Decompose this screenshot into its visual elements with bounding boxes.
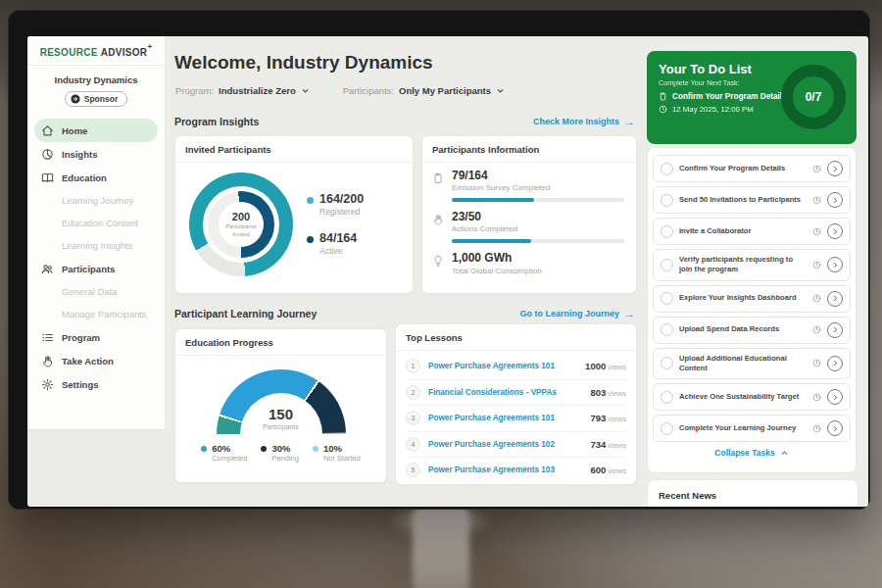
recent-news-card: Recent News — [647, 479, 858, 507]
clock-icon — [812, 325, 821, 334]
todo-go-button[interactable] — [827, 322, 843, 338]
clock-icon — [659, 105, 667, 114]
todo-go-button[interactable] — [827, 420, 843, 436]
todo-go-button[interactable] — [827, 257, 843, 272]
sidebar-item-manage-participants[interactable]: Manage Participants — [34, 303, 158, 325]
lesson-title-link[interactable]: Power Purchase Agreements 103 — [428, 466, 582, 474]
todo-checkbox[interactable] — [661, 259, 673, 271]
lesson-rank-badge: 1 — [406, 359, 420, 373]
todo-item[interactable]: Upload Spend Data Records — [653, 317, 851, 344]
lesson-views-count: 1000 — [585, 361, 606, 371]
todo-list-panel: Confirm Your Program Details Send 50 Inv… — [647, 147, 857, 473]
todo-checkbox[interactable] — [661, 323, 673, 336]
arrow-right-icon: → — [624, 308, 635, 319]
todo-go-button[interactable] — [827, 161, 843, 176]
lesson-row: 5 Power Purchase Agreements 103 600views — [406, 458, 626, 483]
lesson-title-link[interactable]: Power Purchase Agreements 101 — [428, 414, 582, 422]
monitor-bezel: RESOURCE ADVISOR+ Industry Dynamics Spon… — [8, 10, 870, 510]
sidebar-item-learning-insights[interactable]: Learning Insights — [34, 234, 158, 257]
todo-item[interactable]: Send 50 Invitations to Participants — [653, 186, 851, 214]
lesson-title-link[interactable]: Power Purchase Agreements 101 — [428, 362, 577, 370]
sidebar-item-education-content[interactable]: Education Content — [34, 212, 158, 234]
program-insights-title: Program Insights — [174, 116, 259, 127]
lesson-title-link[interactable]: Power Purchase Agreements 102 — [428, 440, 582, 449]
sidebar-item-learning-journey[interactable]: Learning Journey — [34, 189, 158, 212]
lesson-views-suffix: views — [608, 389, 626, 398]
completed-dot-icon — [201, 446, 207, 452]
lesson-row: 1 Power Purchase Agreements 101 1000view… — [406, 354, 626, 380]
progress-track — [452, 198, 624, 202]
todo-item[interactable]: Complete Your Learning Journey — [653, 415, 851, 442]
registered-dot-icon — [307, 197, 314, 204]
sidebar-item-insights[interactable]: Insights — [34, 142, 158, 166]
participants-filter-value: Only My Participants — [399, 85, 491, 96]
lesson-views-suffix: views — [608, 363, 626, 371]
todo-go-button[interactable] — [827, 192, 843, 208]
todo-checkbox[interactable] — [661, 357, 673, 369]
lesson-views-count: 803 — [590, 387, 606, 398]
sidebar-item-program[interactable]: Program — [34, 325, 158, 349]
todo-checkbox[interactable] — [661, 422, 673, 435]
donut-legend: 164/200 Registered 84/164 Active — [307, 193, 364, 256]
gauge-legend: 60% Completed 30% Pending 10% Not Starte… — [201, 443, 361, 463]
progress-fill — [452, 198, 534, 202]
sidebar: RESOURCE ADVISOR+ Industry Dynamics Spon… — [27, 36, 166, 430]
sidebar-item-participants[interactable]: Participants — [34, 257, 158, 280]
todo-go-button[interactable] — [827, 389, 843, 405]
sidebar-item-take-action[interactable]: Take Action — [34, 349, 158, 372]
chevron-down-icon — [301, 86, 310, 95]
participants-filter-label: Participants: — [343, 85, 394, 96]
program-icon — [41, 331, 54, 344]
sidebar-item-education[interactable]: Education — [34, 166, 158, 189]
metric-row: 1,000 GWh Total Global Consumption — [432, 252, 624, 274]
participants-information-card-title: Participants Information — [422, 136, 636, 163]
todo-checkbox[interactable] — [661, 163, 673, 175]
chevron-up-icon — [780, 449, 789, 458]
invited-participants-donut-chart: 200 Participants Invited — [189, 172, 293, 276]
lesson-views-count: 793 — [590, 413, 606, 423]
sidebar-item-settings[interactable]: Settings — [34, 372, 158, 396]
todo-go-button[interactable] — [827, 356, 843, 371]
lesson-views-suffix: views — [608, 466, 626, 475]
lesson-rank-badge: 2 — [406, 385, 420, 400]
go-to-learning-journey-link[interactable]: Go to Learning Journey → — [519, 308, 635, 319]
todo-item[interactable]: Achieve One Sustainability Target — [653, 383, 851, 411]
todo-go-button[interactable] — [827, 291, 843, 307]
todo-checkbox[interactable] — [661, 194, 673, 207]
collapse-tasks-link[interactable]: Collapse Tasks — [652, 448, 852, 458]
legend-item-completed: 60% Completed — [201, 443, 247, 463]
lesson-row: 3 Power Purchase Agreements 101 793views — [406, 406, 626, 432]
todo-checkbox[interactable] — [661, 292, 673, 305]
todo-item[interactable]: Invite a Collaborator — [653, 218, 851, 245]
todo-go-button[interactable] — [827, 223, 843, 239]
logo-text-resource: RESOURCE — [40, 47, 98, 58]
arrow-right-icon: → — [624, 116, 635, 127]
sponsor-badge[interactable]: Sponsor — [65, 91, 127, 107]
chevron-down-icon — [496, 86, 505, 95]
todo-item[interactable]: Explore Your Insights Dashboard — [653, 285, 851, 313]
lesson-rank-badge: 3 — [406, 411, 420, 425]
hand-icon — [432, 214, 444, 225]
todo-checkbox[interactable] — [661, 225, 673, 238]
program-filter-dropdown[interactable]: Program: Industrialize Zero — [175, 85, 310, 96]
donut-center-value: 200 — [232, 211, 250, 222]
invited-participants-card-title: Invited Participants — [175, 136, 413, 163]
lesson-title-link[interactable]: Financial Considerations - VPPAs — [428, 388, 582, 397]
not-started-dot-icon — [313, 446, 318, 452]
lesson-views-count: 734 — [590, 439, 606, 450]
sidebar-item-general-data[interactable]: General Data — [34, 280, 158, 303]
check-more-insights-link[interactable]: Check More Insights → — [533, 116, 635, 127]
todo-item[interactable]: Confirm Your Program Details — [653, 155, 851, 182]
todo-item[interactable]: Verify participants requesting to join t… — [653, 249, 851, 281]
todo-checkbox[interactable] — [661, 391, 673, 404]
participants-filter-dropdown[interactable]: Participants: Only My Participants — [343, 85, 505, 96]
clipboard-icon — [432, 172, 444, 184]
insights-icon — [41, 148, 54, 161]
clipboard-icon — [659, 92, 667, 101]
sidebar-item-home[interactable]: Home — [34, 119, 158, 142]
dashboard-screen: RESOURCE ADVISOR+ Industry Dynamics Spon… — [27, 36, 868, 507]
todo-item[interactable]: Upload Additional Educational Content — [653, 348, 851, 380]
lesson-rank-badge: 4 — [406, 437, 420, 452]
metric-row: 79/164 Emission Survey Completed — [432, 170, 624, 202]
clock-icon — [812, 261, 821, 270]
